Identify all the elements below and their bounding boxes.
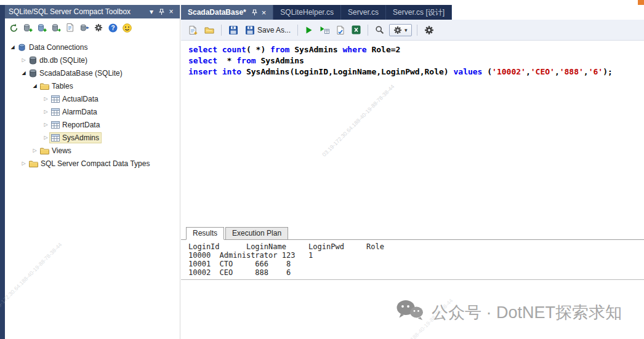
save-icon[interactable] (227, 24, 240, 36)
expander-icon[interactable]: ◢ (20, 70, 28, 76)
tree-item-label: ActualData (62, 95, 99, 103)
tree-item-sql-server-compact-data-types[interactable]: ▷SQL Server Compact Data Types (5, 157, 180, 170)
tab-label: Server.cs (348, 8, 379, 17)
tree-item-db-db-sqlite[interactable]: ▷db.db (SQLite) (5, 54, 180, 66)
expander-icon[interactable]: ◢ (31, 83, 39, 89)
tree-item-scadadatabase-sqlite[interactable]: ◢ScadaDataBase (SQLite) (5, 66, 180, 79)
database-icon (29, 69, 37, 78)
expander-icon[interactable]: ▷ (20, 57, 28, 63)
code-token: SysAdmins (289, 45, 342, 54)
connections-tree: ◢Data Connections▷db.db (SQLite)◢ScadaDa… (5, 37, 180, 170)
sql-editor[interactable]: select count( *) from SysAdmins where Ro… (181, 41, 644, 226)
new-query-icon[interactable] (187, 24, 199, 36)
chevron-down-icon: ▾ (405, 27, 408, 33)
expander-icon[interactable]: ▷ (42, 135, 50, 140)
code-token: insert (188, 67, 217, 76)
tree-item-data-connections[interactable]: ◢Data Connections (5, 41, 180, 54)
code-token: where (342, 45, 366, 54)
tab-execution-plan[interactable]: Execution Plan (225, 227, 288, 240)
export-excel-icon[interactable] (350, 24, 363, 36)
options-dropdown[interactable]: ▾ (389, 24, 412, 36)
feedback-smiley-icon[interactable] (121, 22, 133, 34)
add-sqlce-connection-icon[interactable] (36, 22, 48, 34)
tree-item-label: ReportData (62, 121, 100, 129)
tab-server-cs[interactable]: Server.cs [设计] (386, 5, 452, 20)
tab-results[interactable]: Results (186, 227, 224, 240)
results-row: 10000 Administrator 123 1 (188, 251, 644, 260)
save-as-label: Save As... (257, 26, 291, 34)
code-token: '10002' (492, 67, 526, 76)
tab-scadadatabase[interactable]: ScadaDataBase*× (181, 5, 273, 20)
toolbox-titlebar[interactable]: SQLite/SQL Server Compact Toolbox ▾ × (5, 5, 180, 18)
folder-icon (40, 82, 49, 90)
search-icon[interactable] (373, 24, 386, 36)
window-left-border (0, 5, 5, 339)
tree-item-sysadmins[interactable]: ▷SysAdmins (5, 131, 180, 144)
expander-icon[interactable]: ▷ (20, 161, 28, 166)
tree-item-label: SQL Server Compact Data Types (41, 159, 150, 168)
add-sqlite-connection-icon[interactable] (22, 22, 34, 34)
code-token: ( (482, 67, 492, 76)
settings-gear-icon[interactable] (422, 24, 436, 36)
folder-icon (29, 160, 38, 167)
data-connections-icon (18, 43, 26, 52)
svg-text:?: ? (111, 25, 115, 31)
options-gear-icon[interactable] (92, 22, 105, 34)
code-line: select * from SysAdmins (188, 55, 644, 66)
expander-icon[interactable]: ▷ (42, 122, 50, 127)
document-tab-bar: ScadaDataBase*×SQLiteHelper.csServer.csS… (181, 5, 452, 20)
execute-with-plan-icon[interactable] (318, 24, 331, 36)
save-as-button[interactable]: Save As... (243, 24, 292, 36)
tree-item-label: ScadaDataBase (SQLite) (39, 69, 123, 78)
database-icon (29, 56, 37, 65)
execute-icon[interactable] (303, 25, 315, 36)
parse-sql-icon[interactable] (334, 24, 347, 36)
tab-server-cs[interactable]: Server.cs (341, 5, 386, 20)
code-token: select (188, 56, 217, 65)
toolbar-separator (297, 25, 298, 36)
results-row: 10001 CTO 666 8 (188, 260, 644, 268)
tab-sqlitehelper-cs[interactable]: SQLiteHelper.cs (273, 5, 341, 20)
code-token: from (236, 56, 256, 65)
tree-item-label: Tables (52, 82, 73, 90)
tree-item-alarmdata[interactable]: ▷AlarmData (5, 105, 180, 118)
close-icon[interactable]: × (262, 8, 267, 17)
script-database-icon[interactable] (64, 22, 76, 34)
expander-icon[interactable]: ▷ (42, 109, 50, 114)
code-token: SysAdmins(LoginID,LoginName,LoginPwd,Rol… (241, 67, 453, 76)
tree-item-tables[interactable]: ◢Tables (5, 79, 180, 92)
code-token: , (584, 67, 589, 76)
code-token: SysAdmins (256, 56, 304, 65)
close-icon[interactable]: × (166, 5, 176, 18)
code-token (217, 67, 222, 76)
add-server-connection-icon[interactable] (50, 22, 62, 34)
pin-icon[interactable] (252, 9, 257, 16)
results-row: 10002 CEO 888 6 (188, 268, 644, 277)
window-top-strip (0, 0, 644, 5)
expander-icon[interactable]: ▷ (42, 96, 50, 102)
code-token: count (222, 45, 246, 54)
expander-icon[interactable]: ◢ (9, 44, 17, 50)
editor-toolbar: Save As...▾ (181, 20, 644, 41)
folder-icon (40, 147, 49, 154)
code-line: select count( *) from SysAdmins where Ro… (188, 44, 644, 55)
window-position-menu-icon[interactable]: ▾ (147, 5, 156, 18)
expander-icon[interactable]: ▷ (31, 148, 39, 153)
table-icon (51, 95, 60, 103)
code-token: ); (603, 67, 613, 76)
brand-text: 公众号 · DotNET探索求知 (432, 301, 622, 324)
open-query-icon[interactable] (203, 25, 216, 36)
tree-item-reportdata[interactable]: ▷ReportData (5, 118, 180, 131)
table-icon (51, 108, 60, 116)
results-header-row: LoginId LoginName LoginPwd Role (188, 242, 644, 251)
code-token: values (453, 67, 482, 76)
import-icon[interactable] (78, 22, 91, 34)
tree-item-label: AlarmData (62, 108, 97, 116)
code-token: * (217, 56, 236, 65)
tree-item-actualdata[interactable]: ▷ActualData (5, 92, 180, 105)
tree-item-views[interactable]: ▷Views (5, 144, 180, 157)
refresh-icon[interactable] (7, 22, 20, 34)
table-icon (51, 134, 60, 142)
help-icon[interactable]: ? (107, 22, 119, 34)
pin-icon[interactable] (156, 5, 166, 18)
